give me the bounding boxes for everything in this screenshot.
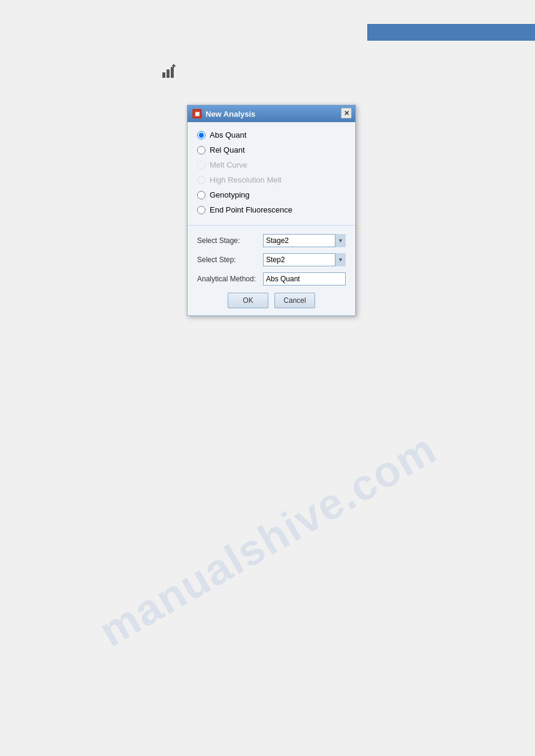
dialog-close-button[interactable]: ✕ — [341, 108, 352, 119]
select-step-wrapper: Step1 Step2 Step3 ▼ — [263, 253, 346, 266]
dialog-titlebar: ▣ New Analysis ✕ — [188, 105, 355, 122]
svg-rect-2 — [171, 67, 174, 78]
analytical-method-label: Analytical Method: — [197, 275, 263, 283]
radio-abs-quant-label: Abs Quant — [210, 130, 246, 139]
radio-genotyping-input[interactable] — [197, 191, 205, 199]
analytical-method-row: Analytical Method: Abs Quant — [197, 272, 346, 286]
select-stage-wrapper: Stage1 Stage2 Stage3 ▼ — [263, 234, 346, 247]
new-analysis-dialog: ▣ New Analysis ✕ Abs Quant Rel Quant Mel… — [187, 105, 356, 316]
radio-end-point-label: End Point Fluorescence — [210, 205, 292, 214]
dialog-title: New Analysis — [205, 110, 255, 119]
dialog-separator — [188, 225, 355, 226]
select-step-label: Select Step: — [197, 256, 263, 264]
radio-high-res-melt: High Resolution Melt — [197, 175, 346, 184]
radio-end-point[interactable]: End Point Fluorescence — [197, 205, 346, 214]
select-step-row: Select Step: Step1 Step2 Step3 ▼ — [197, 253, 346, 266]
top-bar — [367, 24, 535, 41]
new-analysis-toolbar-button[interactable] — [161, 63, 177, 80]
analysis-type-radio-group: Abs Quant Rel Quant Melt Curve High Reso… — [197, 130, 346, 214]
toolbar-area — [161, 63, 177, 80]
radio-high-res-melt-input — [197, 176, 205, 184]
radio-melt-curve: Melt Curve — [197, 160, 346, 169]
dialog-title-icon: ▣ — [192, 109, 202, 119]
radio-rel-quant[interactable]: Rel Quant — [197, 145, 346, 154]
svg-rect-1 — [167, 69, 170, 78]
dialog-content: Abs Quant Rel Quant Melt Curve High Reso… — [188, 122, 355, 315]
ok-button[interactable]: OK — [228, 293, 268, 308]
cancel-button[interactable]: Cancel — [274, 293, 315, 308]
radio-genotyping-label: Genotyping — [210, 190, 250, 199]
radio-melt-curve-label: Melt Curve — [210, 160, 247, 169]
select-stage-dropdown[interactable]: Stage1 Stage2 Stage3 — [263, 234, 346, 247]
select-stage-label: Select Stage: — [197, 236, 263, 245]
radio-abs-quant-input[interactable] — [197, 131, 205, 139]
radio-genotyping[interactable]: Genotyping — [197, 190, 346, 199]
watermark: manualshive.com — [90, 424, 444, 656]
radio-abs-quant[interactable]: Abs Quant — [197, 130, 346, 139]
radio-high-res-melt-label: High Resolution Melt — [210, 175, 282, 184]
select-step-dropdown[interactable]: Step1 Step2 Step3 — [263, 253, 346, 266]
select-stage-row: Select Stage: Stage1 Stage2 Stage3 ▼ — [197, 234, 346, 247]
svg-rect-0 — [162, 72, 165, 78]
analytical-method-value: Abs Quant — [263, 272, 346, 286]
radio-end-point-input[interactable] — [197, 206, 205, 214]
radio-rel-quant-label: Rel Quant — [210, 145, 245, 154]
radio-rel-quant-input[interactable] — [197, 146, 205, 154]
dialog-buttons: OK Cancel — [197, 293, 346, 308]
radio-melt-curve-input — [197, 161, 205, 169]
